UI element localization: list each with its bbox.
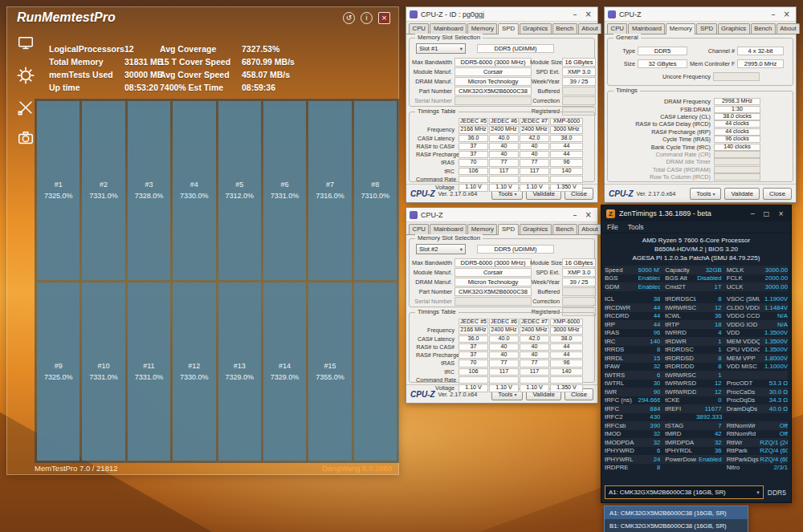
timing-value: 2400 MHz	[520, 126, 549, 133]
tab-spd[interactable]: SPD	[696, 23, 716, 34]
tab-bench[interactable]: Bench	[552, 23, 577, 34]
tab-mainboard[interactable]: Mainboard	[628, 23, 665, 34]
timing-value: Off	[760, 422, 788, 429]
field-value: XMP 3.0	[562, 67, 596, 76]
stat-label: 7400% Est Time	[160, 83, 242, 92]
timing-label: ProcODT	[722, 380, 760, 387]
timing-row: GDM Enabled Cmd2T 1T UCLK 3000.00	[605, 282, 788, 291]
timing-row: tRCDRD 44 tCWL 36 VDDG CCD N/A	[605, 312, 788, 321]
minimize-icon[interactable]: –	[571, 10, 580, 18]
close-icon[interactable]: ×	[776, 210, 786, 217]
tab-cpu[interactable]: CPU	[607, 23, 627, 34]
timing-value: 0	[696, 396, 722, 404]
timing-value: 36.0	[459, 335, 488, 343]
timing-label: RttNomWr	[722, 422, 760, 429]
refresh-icon[interactable]: ↺	[343, 12, 355, 24]
version-label: Ver. 2.17.0.x64	[637, 190, 676, 197]
timing-value: 36.0	[459, 135, 488, 142]
close-icon[interactable]: ×	[378, 12, 390, 24]
close-icon[interactable]: ×	[583, 10, 594, 18]
cell-coverage: 7316.0%	[316, 192, 344, 200]
slot-dropdown[interactable]: Slot #2▾	[416, 244, 466, 254]
info-icon[interactable]: i	[361, 12, 373, 24]
gear-icon[interactable]	[15, 65, 36, 89]
timing-value: 2166 MHz	[459, 126, 488, 133]
memtest-cell: #14 7329.0%	[263, 282, 306, 461]
timing-row: tRCDWR 44 tWRWRSCL 12 CLDO VDDP 1.1484V	[605, 303, 788, 312]
field-value: 16 GBytes	[562, 58, 596, 67]
timing-row: tMOD 32 tMRD 42 RttNomRd Off	[605, 430, 788, 439]
timing-value: 15	[638, 355, 661, 362]
tab-about[interactable]: About	[777, 23, 800, 34]
field-label: DRAM Idle Timer	[611, 158, 714, 165]
edit-tools-icon[interactable]	[17, 99, 35, 120]
field-label: Max Bandwidth	[411, 259, 454, 266]
dimm-option[interactable]: A1: CMK32GX5M2B6000C38 (16GB, SR)	[605, 506, 748, 519]
minimize-icon[interactable]: ─	[748, 210, 757, 217]
timing-row-label: CAS# Latency	[416, 135, 458, 142]
menu-item[interactable]: Tools	[628, 223, 644, 231]
maximize-icon[interactable]: □	[761, 210, 772, 217]
general-row: Size 32 GBytes Mem Controller Freq. 2995…	[608, 59, 793, 69]
groupbox-title: Timings Table	[415, 108, 459, 115]
tab-spd[interactable]: SPD	[498, 224, 518, 235]
timing-label: tRDRDDD	[660, 363, 696, 370]
field-value: XMP 3.0	[562, 268, 596, 277]
cell-coverage: 7329.0%	[225, 373, 254, 381]
timing-value: 44	[638, 312, 661, 319]
timing-label: BGS	[605, 274, 638, 282]
tab-memory[interactable]: Memory	[467, 224, 497, 234]
tab-cpu[interactable]: CPU	[409, 224, 429, 234]
cell-coverage: 7331.0%	[89, 373, 118, 381]
minimize-icon[interactable]: –	[769, 10, 778, 18]
dimm-option[interactable]: B1: CMK32GX5M2B6000C38 (16GB, SR)	[605, 519, 748, 532]
timing-value: 1.10 V	[520, 384, 549, 392]
close-icon[interactable]: ×	[781, 10, 793, 18]
cpuz-spd-window-slot1: CPU-Z - ID : pg0ggj – × CPU Mainboard Me…	[406, 6, 598, 203]
timing-value: 36	[696, 447, 722, 454]
menu-item[interactable]: File	[607, 223, 618, 231]
timing-label: tMRDPDA	[660, 439, 696, 446]
tab-graphics[interactable]: Graphics	[520, 23, 552, 34]
close-icon[interactable]: ×	[583, 210, 594, 219]
groupbox-title: Timings	[613, 87, 640, 94]
timing-row: tRFCsb 390 tSTAG 7 RttNomWr Off	[605, 421, 788, 430]
tab-graphics[interactable]: Graphics	[520, 224, 552, 234]
tab-about[interactable]: About	[578, 224, 601, 234]
stat-value: 12	[124, 44, 134, 54]
camera-icon[interactable]	[17, 129, 35, 150]
tab-mainboard[interactable]: Mainboard	[430, 23, 467, 34]
tab-bench[interactable]: Bench	[751, 23, 776, 34]
tab-memory[interactable]: Memory	[467, 23, 497, 34]
timing-col-header: XMP-6000	[550, 118, 583, 125]
monitor-icon[interactable]	[17, 35, 35, 55]
field-label: Part Number	[411, 87, 454, 95]
slot-dropdown[interactable]: Slot #1▾	[416, 43, 466, 54]
field-value: 38.0 clocks	[714, 113, 760, 120]
motherboard-name: B650M-HDV/M.2 | BIOS 3.20	[601, 245, 791, 254]
tab-memory[interactable]: Memory	[666, 23, 695, 35]
timings-grid: Speed 6000 MT/s Capacity 32GB MCLK 3000.…	[601, 264, 791, 472]
tab-cpu[interactable]: CPU	[409, 23, 429, 34]
timing-value: Enabled	[638, 283, 661, 290]
cell-coverage: 7325.0%	[44, 192, 73, 200]
tab-about[interactable]: About	[578, 23, 601, 34]
tab-spd[interactable]: SPD	[498, 23, 518, 35]
timing-value: 390	[638, 422, 661, 429]
timing-value: 1.350 V	[550, 384, 583, 392]
tools-button[interactable]: Tools▾	[690, 188, 721, 200]
minimize-icon[interactable]: –	[571, 210, 580, 219]
dimm-selector-popup: A1: CMK32GX5M2B6000C38 (16GB, SR)B1: CMK…	[604, 506, 748, 532]
tab-bench[interactable]: Bench	[552, 224, 577, 234]
tab-mainboard[interactable]: Mainboard	[430, 224, 467, 234]
timing-label: tRRDL	[605, 355, 638, 362]
timing-label: tRFCsb	[605, 422, 638, 429]
tab-graphics[interactable]: Graphics	[718, 23, 750, 34]
close-button[interactable]: Close	[763, 188, 792, 200]
validate-button[interactable]: Validate	[724, 188, 760, 200]
timing-row-label: Frequency	[416, 126, 458, 133]
timing-label: tRC	[605, 338, 638, 345]
dimm-selector-dropdown[interactable]: A1: CMK32GX5M2B6000C38 (16GB, SR) ▾	[605, 485, 764, 499]
field-value: 44 clocks	[714, 128, 760, 136]
timing-value: 4	[696, 329, 722, 336]
